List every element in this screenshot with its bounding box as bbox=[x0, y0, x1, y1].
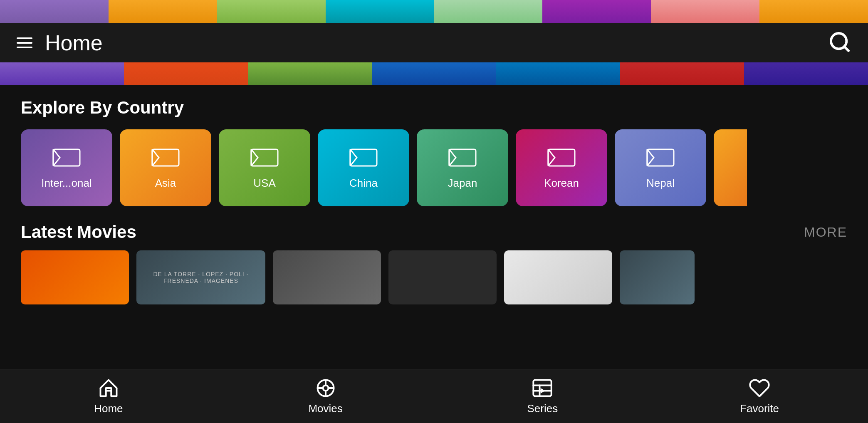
country-card-asia[interactable]: Asia bbox=[120, 129, 211, 206]
country-card-china[interactable]: China bbox=[318, 129, 409, 206]
country-label-japan: Japan bbox=[448, 177, 477, 190]
strip-s3 bbox=[248, 62, 372, 85]
nav-item-series[interactable]: Series bbox=[517, 377, 567, 415]
strip-6 bbox=[542, 0, 651, 23]
strip-s4 bbox=[372, 62, 496, 85]
latest-movies-title: Latest Movies bbox=[21, 222, 136, 242]
svg-line-1 bbox=[844, 46, 848, 50]
country-card-nepal[interactable]: Nepal bbox=[615, 129, 706, 206]
strip-s2 bbox=[124, 62, 248, 85]
country-label-asia: Asia bbox=[155, 177, 176, 190]
flag-icon-japan bbox=[448, 146, 477, 171]
movie-thumb-2-text: DE LA TORRE · LÓPEZ · POLI · FRESNEDA · … bbox=[136, 269, 265, 286]
country-label-korean: Korean bbox=[544, 177, 579, 190]
svg-marker-27 bbox=[541, 388, 545, 393]
country-card-japan[interactable]: Japan bbox=[417, 129, 508, 206]
strip-1 bbox=[0, 0, 109, 23]
nav-label-favorite: Favorite bbox=[740, 402, 779, 415]
country-card-korean[interactable]: Korean bbox=[516, 129, 607, 206]
explore-section-title: Explore By Country bbox=[21, 98, 847, 118]
flag-icon-korean bbox=[547, 146, 576, 171]
country-cards-row: Inter...onal Asia USA bbox=[21, 129, 847, 206]
country-label-nepal: Nepal bbox=[646, 177, 675, 190]
strip-7 bbox=[651, 0, 759, 23]
strip-s6 bbox=[620, 62, 744, 85]
svg-rect-4 bbox=[152, 149, 179, 166]
movie-thumb-3[interactable] bbox=[273, 250, 381, 304]
flag-icon-nepal bbox=[645, 146, 675, 171]
series-icon bbox=[532, 377, 553, 399]
bottom-navigation: Home Movies Series Favorite bbox=[0, 369, 868, 423]
page-title: Home bbox=[45, 30, 103, 55]
strip-s5 bbox=[496, 62, 620, 85]
main-content: Explore By Country Inter...onal As bbox=[0, 85, 868, 304]
svg-rect-23 bbox=[534, 380, 551, 396]
latest-movies-header: Latest Movies MORE bbox=[21, 222, 847, 242]
nav-item-movies[interactable]: Movies bbox=[301, 377, 351, 415]
country-card-partial[interactable] bbox=[714, 129, 747, 206]
svg-rect-12 bbox=[548, 149, 575, 166]
flag-icon-international bbox=[52, 146, 82, 171]
nav-item-home[interactable]: Home bbox=[84, 377, 134, 415]
strip-2 bbox=[109, 0, 217, 23]
movie-thumbnails-row: DE LA TORRE · LÓPEZ · POLI · FRESNEDA · … bbox=[21, 250, 847, 304]
country-label-china: China bbox=[349, 177, 378, 190]
second-strips bbox=[0, 62, 868, 85]
movie-thumb-2[interactable]: DE LA TORRE · LÓPEZ · POLI · FRESNEDA · … bbox=[136, 250, 265, 304]
nav-label-movies: Movies bbox=[308, 402, 342, 415]
svg-rect-16 bbox=[100, 388, 116, 396]
strip-4 bbox=[326, 0, 434, 23]
strip-5 bbox=[434, 0, 543, 23]
svg-rect-8 bbox=[350, 149, 377, 166]
header: Home bbox=[0, 23, 868, 62]
svg-rect-6 bbox=[251, 149, 278, 166]
strip-s1 bbox=[0, 62, 124, 85]
country-card-international[interactable]: Inter...onal bbox=[21, 129, 112, 206]
strip-3 bbox=[217, 0, 326, 23]
svg-rect-2 bbox=[53, 149, 80, 166]
svg-point-18 bbox=[323, 386, 328, 391]
country-label-international: Inter...onal bbox=[41, 177, 91, 190]
movies-icon bbox=[315, 377, 336, 399]
svg-rect-10 bbox=[449, 149, 476, 166]
movie-thumb-5[interactable] bbox=[504, 250, 612, 304]
nav-label-series: Series bbox=[527, 402, 558, 415]
country-label-usa: USA bbox=[253, 177, 275, 190]
more-button[interactable]: MORE bbox=[804, 225, 847, 240]
country-card-usa[interactable]: USA bbox=[219, 129, 310, 206]
menu-button[interactable] bbox=[17, 37, 32, 48]
movie-thumb-1[interactable] bbox=[21, 250, 129, 304]
flag-icon-usa bbox=[250, 146, 279, 171]
nav-item-favorite[interactable]: Favorite bbox=[734, 377, 784, 415]
flag-icon-asia bbox=[151, 146, 181, 171]
flag-icon-china bbox=[349, 146, 378, 171]
nav-label-home: Home bbox=[94, 402, 123, 415]
heart-icon bbox=[749, 377, 770, 399]
home-icon bbox=[98, 377, 119, 399]
search-button[interactable] bbox=[828, 30, 851, 55]
header-left: Home bbox=[17, 30, 103, 55]
strip-8 bbox=[759, 0, 868, 23]
strip-s7 bbox=[744, 62, 868, 85]
svg-rect-14 bbox=[647, 149, 674, 166]
top-strips bbox=[0, 0, 868, 23]
movie-thumb-6[interactable] bbox=[620, 250, 695, 304]
movie-thumb-4[interactable] bbox=[388, 250, 497, 304]
